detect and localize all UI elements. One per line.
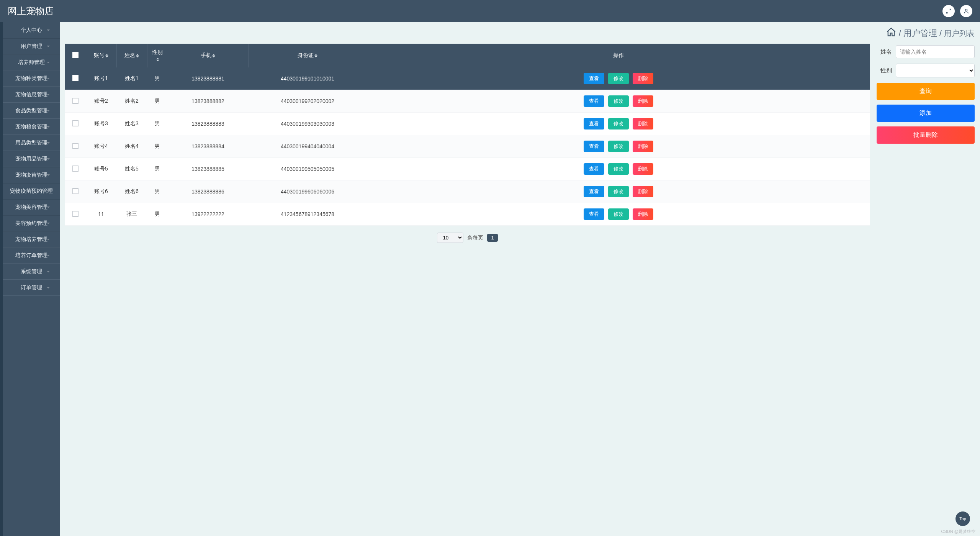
sidebar-item[interactable]: 美容预约管理 <box>3 215 60 231</box>
table-row[interactable]: 账号1姓名1男13823888881440300199101010001查看修改… <box>65 67 870 90</box>
sidebar-item[interactable]: 宠物种类管理 <box>3 70 60 87</box>
delete-button[interactable]: 删除 <box>633 95 653 107</box>
table-row[interactable]: 账号4姓名4男13823888884440300199404040004查看修改… <box>65 135 870 158</box>
row-checkbox[interactable] <box>72 166 79 172</box>
users-table: 账号 姓名 性别 手机 身份证 操作 账号1姓名1男13823888881440… <box>65 44 870 226</box>
sidebar-item[interactable]: 宠物疫苗管理 <box>3 167 60 183</box>
page-number[interactable]: 1 <box>487 234 497 242</box>
col-name[interactable]: 姓名 <box>124 52 135 58</box>
row-checkbox[interactable] <box>72 211 79 217</box>
sidebar-item[interactable]: 用户管理 <box>3 38 60 54</box>
view-button[interactable]: 查看 <box>584 73 604 84</box>
search-button[interactable]: 查询 <box>877 83 975 100</box>
table-row[interactable]: 11张三男13922222222412345678912345678查看修改删除 <box>65 203 870 226</box>
breadcrumb-section[interactable]: 用户管理 <box>903 28 937 39</box>
sort-icon[interactable] <box>212 54 215 57</box>
delete-button[interactable]: 删除 <box>633 186 653 197</box>
edit-button[interactable]: 修改 <box>608 186 629 197</box>
cell-idcard: 440300199101010001 <box>248 67 367 90</box>
cell-name: 姓名2 <box>116 90 147 113</box>
row-checkbox[interactable] <box>72 143 79 149</box>
sidebar-item-label: 宠物粮食管理 <box>15 123 47 130</box>
filter-name-input[interactable] <box>896 45 975 58</box>
sidebar-item[interactable]: 宠物培养管理 <box>3 231 60 248</box>
cell-gender: 男 <box>147 113 168 135</box>
sidebar-item[interactable]: 宠物美容管理 <box>3 199 60 215</box>
edit-button[interactable]: 修改 <box>608 73 629 84</box>
chevron-down-icon <box>47 271 50 272</box>
row-checkbox[interactable] <box>72 120 79 126</box>
delete-button[interactable]: 删除 <box>633 118 653 129</box>
edit-button[interactable]: 修改 <box>608 95 629 107</box>
cell-phone: 13823888882 <box>168 90 248 113</box>
table-row[interactable]: 账号6姓名6男13823888886440300199606060006查看修改… <box>65 180 870 203</box>
col-account[interactable]: 账号 <box>94 52 105 58</box>
fullscreen-icon[interactable] <box>942 5 955 17</box>
sidebar-item[interactable]: 个人中心 <box>3 22 60 38</box>
sidebar-item[interactable]: 宠物用品管理 <box>3 151 60 167</box>
bulk-delete-button[interactable]: 批量删除 <box>877 126 975 144</box>
sidebar-item-label: 宠物疫苗管理 <box>15 172 47 179</box>
view-button[interactable]: 查看 <box>584 186 604 197</box>
sidebar-item-label: 用品类型管理 <box>15 139 47 146</box>
col-gender[interactable]: 性别 <box>152 49 163 55</box>
breadcrumb: / 用户管理 / 用户列表 <box>65 27 975 40</box>
col-idcard[interactable]: 身份证 <box>298 52 314 58</box>
view-button[interactable]: 查看 <box>584 208 604 220</box>
row-checkbox[interactable] <box>72 188 79 194</box>
view-button[interactable]: 查看 <box>584 118 604 129</box>
table-row[interactable]: 账号5姓名5男13823888885440300199505050005查看修改… <box>65 158 870 180</box>
view-button[interactable]: 查看 <box>584 95 604 107</box>
sort-icon[interactable] <box>314 54 317 57</box>
sidebar-item[interactable]: 宠物粮食管理 <box>3 119 60 135</box>
sort-icon[interactable] <box>105 54 108 57</box>
edit-button[interactable]: 修改 <box>608 163 629 175</box>
col-actions: 操作 <box>613 52 624 58</box>
sidebar-item[interactable]: 培养订单管理 <box>3 248 60 264</box>
sidebar-item[interactable]: 用品类型管理 <box>3 135 60 151</box>
sort-icon[interactable] <box>156 58 159 61</box>
edit-button[interactable]: 修改 <box>608 141 629 152</box>
sidebar-item[interactable]: 宠物疫苗预约管理 <box>3 183 60 199</box>
delete-button[interactable]: 删除 <box>633 163 653 175</box>
svg-point-0 <box>965 9 967 11</box>
cell-name: 姓名4 <box>116 135 147 158</box>
cell-name: 姓名3 <box>116 113 147 135</box>
sidebar-item[interactable]: 订单管理 <box>3 280 60 296</box>
cell-account: 账号4 <box>86 135 116 158</box>
filter-panel: 姓名 性别 查询 添加 批量删除 <box>877 44 975 243</box>
filter-gender-select[interactable] <box>896 64 975 77</box>
delete-button[interactable]: 删除 <box>633 208 653 220</box>
chevron-down-icon <box>47 78 50 79</box>
sidebar-item-label: 宠物种类管理 <box>15 75 47 82</box>
watermark: CSDN @是梦终空 <box>941 529 975 534</box>
row-checkbox[interactable] <box>72 75 79 81</box>
sidebar-item[interactable]: 宠物信息管理 <box>3 87 60 103</box>
chevron-down-icon <box>47 174 50 176</box>
cell-account: 账号2 <box>86 90 116 113</box>
row-checkbox[interactable] <box>72 98 79 104</box>
sidebar-item[interactable]: 培养师管理 <box>3 54 60 70</box>
page-size-select[interactable]: 10 <box>437 233 463 243</box>
sidebar-item[interactable]: 系统管理 <box>3 264 60 280</box>
sort-icon[interactable] <box>136 54 139 57</box>
user-icon[interactable] <box>960 5 972 17</box>
edit-button[interactable]: 修改 <box>608 118 629 129</box>
sidebar-item[interactable]: 食品类型管理 <box>3 103 60 119</box>
view-button[interactable]: 查看 <box>584 163 604 175</box>
breadcrumb-sep: / <box>939 28 942 38</box>
sidebar-item-label: 宠物美容管理 <box>15 204 47 211</box>
home-icon[interactable] <box>886 27 897 40</box>
table-row[interactable]: 账号2姓名2男13823888882440300199202020002查看修改… <box>65 90 870 113</box>
row-actions: 查看修改删除 <box>371 141 866 152</box>
delete-button[interactable]: 删除 <box>633 141 653 152</box>
table-row[interactable]: 账号3姓名3男13823888883440300199303030003查看修改… <box>65 113 870 135</box>
view-button[interactable]: 查看 <box>584 141 604 152</box>
edit-button[interactable]: 修改 <box>608 208 629 220</box>
delete-button[interactable]: 删除 <box>633 73 653 84</box>
scroll-top-button[interactable]: Top <box>955 511 970 526</box>
col-phone[interactable]: 手机 <box>201 52 211 58</box>
sidebar-item-label: 宠物培养管理 <box>15 236 47 243</box>
select-all-checkbox[interactable] <box>72 52 79 58</box>
add-button[interactable]: 添加 <box>877 105 975 122</box>
